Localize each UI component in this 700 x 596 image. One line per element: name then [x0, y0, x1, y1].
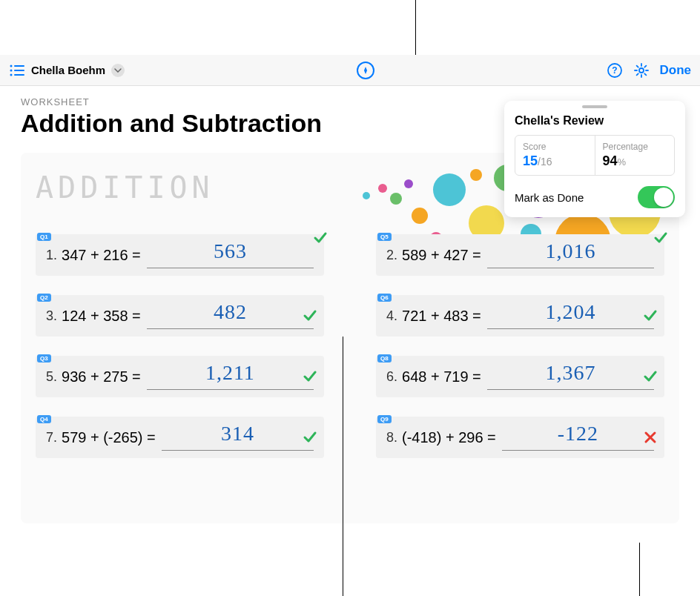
question-number: 2. [386, 248, 397, 263]
question-badge: Q3 [37, 354, 51, 362]
toolbar-center [125, 62, 606, 79]
handwritten-answer: 1,204 [545, 300, 595, 324]
question-badge: Q2 [37, 294, 51, 302]
check-icon [302, 429, 318, 446]
toolbar-left: Chella Boehm [9, 62, 125, 79]
check-icon [302, 368, 318, 385]
question-text: 648 + 719 = [402, 368, 481, 385]
gear-icon[interactable] [633, 62, 650, 79]
percentage-number: 94 [603, 153, 618, 168]
question-badge: Q1 [37, 233, 51, 241]
review-title: Chella's Review [515, 114, 675, 128]
answer-field[interactable]: 563 [147, 242, 314, 268]
question-badge: Q9 [377, 415, 392, 423]
question-badge: Q4 [37, 415, 51, 423]
bubble-icon [390, 193, 402, 205]
check-icon [312, 230, 328, 246]
check-icon [642, 368, 658, 385]
score-denominator: 16 [541, 156, 552, 168]
question-row[interactable]: Q98.(-418) + 296 =-122 [376, 417, 664, 458]
handwritten-answer: -122 [558, 422, 598, 446]
answer-field[interactable]: 1,367 [487, 363, 654, 390]
question-text: 347 + 216 = [62, 247, 141, 264]
answer-field[interactable]: 314 [162, 424, 314, 451]
question-text: 721 + 483 = [402, 308, 481, 325]
svg-point-4 [10, 73, 13, 76]
mark-done-row: Mark as Done [515, 186, 675, 208]
handwritten-answer: 314 [221, 422, 254, 446]
question-text: 579 + (-265) = [62, 429, 156, 446]
percentage-label: Percentage [603, 142, 667, 152]
svg-rect-5 [14, 74, 24, 76]
question-number: 3. [46, 308, 57, 324]
question-text: 589 + 427 = [402, 247, 481, 264]
answer-field[interactable]: 1,211 [147, 363, 314, 390]
mark-done-toggle[interactable] [638, 186, 675, 208]
question-number: 1. [46, 248, 57, 263]
score-numerator: 15 [523, 153, 538, 168]
svg-point-0 [10, 64, 13, 67]
callout-line [343, 337, 343, 596]
x-icon [642, 429, 658, 446]
question-row[interactable]: Q35.936 + 275 =1,211 [36, 356, 324, 397]
review-panel: Chella's Review Score 15/16 Percentage 9… [504, 101, 685, 217]
question-number: 4. [386, 308, 397, 324]
list-icon[interactable] [9, 62, 25, 79]
bubble-icon [378, 184, 387, 193]
question-text: (-418) + 296 = [402, 429, 496, 446]
handwritten-answer: 482 [214, 300, 247, 324]
answer-field[interactable]: 1,016 [487, 242, 654, 268]
svg-point-2 [10, 69, 13, 71]
question-row[interactable]: Q64.721 + 483 =1,204 [376, 295, 664, 337]
question-row[interactable]: Q52.589 + 427 =1,016 [376, 234, 664, 276]
answer-field[interactable]: 1,204 [487, 302, 654, 329]
mark-done-label: Mark as Done [515, 191, 584, 204]
review-stats: Score 15/16 Percentage 94% [515, 135, 675, 176]
check-icon [302, 308, 318, 324]
svg-rect-1 [14, 65, 24, 67]
handwritten-answer: 1,211 [205, 361, 255, 385]
percentage-value: 94% [603, 153, 667, 169]
question-row[interactable]: Q47.579 + (-265) =314 [36, 417, 324, 458]
callout-line [415, 0, 416, 55]
answer-field[interactable]: -122 [502, 424, 654, 451]
handwritten-answer: 1,367 [545, 361, 595, 385]
check-icon [653, 230, 669, 246]
question-number: 6. [386, 369, 397, 385]
question-row[interactable]: Q11.347 + 216 =563 [36, 234, 324, 276]
question-number: 8. [386, 430, 397, 446]
question-number: 7. [46, 430, 57, 446]
user-name[interactable]: Chella Boehm [31, 64, 105, 76]
bubble-icon [363, 192, 370, 199]
toolbar-right: ? Done [607, 62, 692, 79]
drag-handle-icon[interactable] [582, 105, 607, 108]
handwritten-answer: 563 [214, 239, 247, 263]
svg-rect-3 [14, 70, 24, 71]
svg-point-8 [639, 68, 644, 73]
question-row[interactable]: Q86.648 + 719 =1,367 [376, 356, 664, 397]
percentage-stat[interactable]: Percentage 94% [595, 136, 675, 175]
question-text: 936 + 275 = [62, 368, 141, 385]
handwritten-answer: 1,016 [545, 239, 595, 263]
score-stat[interactable]: Score 15/16 [515, 136, 595, 175]
answer-field[interactable]: 482 [147, 302, 314, 329]
markup-icon[interactable] [357, 62, 374, 79]
score-value: 15/16 [523, 153, 587, 169]
check-icon [642, 308, 658, 324]
chevron-down-icon[interactable] [111, 64, 125, 77]
question-row[interactable]: Q23.124 + 358 =482 [36, 295, 324, 337]
help-icon[interactable]: ? [607, 62, 623, 79]
bubble-icon [404, 179, 413, 188]
svg-text:?: ? [612, 65, 617, 76]
question-badge: Q8 [377, 354, 392, 362]
bubble-icon [470, 169, 482, 181]
done-button[interactable]: Done [660, 63, 692, 78]
bubble-icon [412, 208, 428, 224]
question-number: 5. [46, 369, 57, 385]
callout-line [639, 543, 640, 596]
toggle-knob-icon [654, 188, 673, 207]
question-badge: Q5 [377, 233, 392, 241]
question-text: 124 + 358 = [62, 308, 141, 325]
toolbar: Chella Boehm ? Done [0, 55, 700, 86]
score-label: Score [523, 142, 587, 152]
